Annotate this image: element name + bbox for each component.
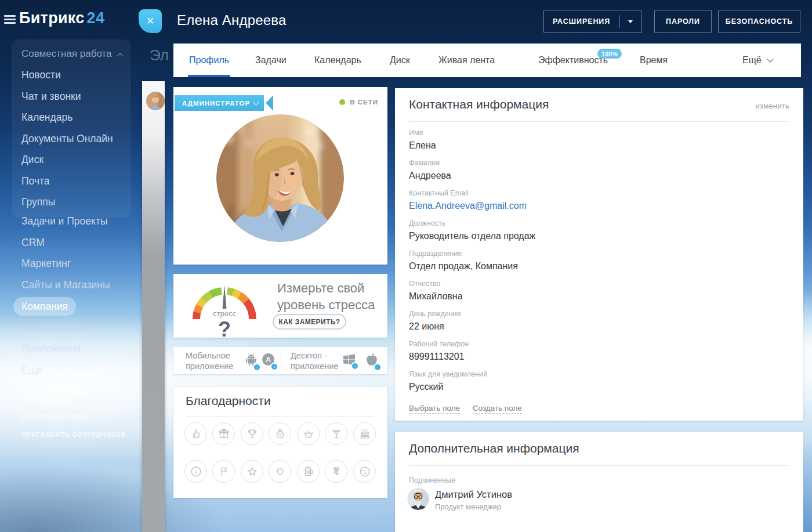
profile-card: АДМИНИСТРАТОР В СЕТИ [173, 87, 387, 265]
bitrix24-app: Битрикс24 Совместная работа Новости Чат … [0, 0, 812, 532]
sidebar-item-groups[interactable]: Группы [12, 191, 131, 213]
subordinates-label: Подчиненные [409, 476, 455, 484]
cocktail-icon[interactable] [325, 422, 347, 445]
windows-app-icon[interactable]: ↓ [343, 354, 356, 368]
subordinate-name[interactable]: Дмитрий Устинов [435, 489, 512, 500]
subordinate-avatar[interactable] [407, 488, 429, 510]
underlay-page-title: Эл [150, 46, 169, 64]
thumbs-up-icon[interactable] [184, 422, 207, 445]
sidebar-item-mail[interactable]: Почта [12, 171, 131, 192]
chevron-down-icon [767, 56, 773, 62]
edit-link[interactable]: изменить [755, 102, 789, 110]
appstore-app-icon[interactable]: A ↓ [262, 353, 275, 368]
field-position: ДолжностьРуководитель отдела продаж [409, 219, 535, 249]
page-title: Елена Андреева [177, 12, 287, 28]
star-icon[interactable] [241, 460, 263, 483]
logo-brand: Битрикс [19, 9, 85, 27]
underlay-avatar [146, 92, 165, 110]
extensions-button[interactable]: РАСШИРЕНИЯ [543, 10, 642, 33]
efficiency-badge: 100% [597, 49, 622, 59]
download-badge-icon: ↓ [253, 363, 261, 371]
desktop-app-label: Десктоп -приложение [291, 350, 338, 371]
admin-role-badge[interactable]: АДМИНИСТРАТОР [175, 95, 273, 111]
sidebar-group-header[interactable]: Совместная работа [12, 45, 131, 64]
sidebar-item-more[interactable]: Ещё [12, 360, 136, 381]
apps-divider [281, 351, 281, 370]
tab-time[interactable]: Время [640, 44, 668, 77]
sidebar-item-company[interactable]: Компания [12, 296, 136, 317]
gauge-needle [223, 285, 227, 309]
apps-card: Мобильноеприложение ↓ A ↓ [173, 347, 387, 374]
stress-title: Измерьте свойуровень стресса [277, 280, 393, 313]
download-badge-icon: ↓ [351, 362, 359, 370]
sidebar-item-documents[interactable]: Документы Онлайн [12, 128, 131, 150]
stress-card: стресс ? Измерьте свойуровень стресса КА… [173, 274, 387, 338]
divider [186, 416, 375, 417]
sidebar-item-marketing[interactable]: Маркетинг [12, 253, 136, 274]
sidebar-item-disk[interactable]: Диск [12, 149, 131, 171]
trophy-icon[interactable] [241, 422, 263, 445]
sidebar-main-menu: Задачи и Проекты CRM Маркетинг Сайты и М… [12, 211, 136, 381]
app-logo[interactable]: Битрикс24 [19, 9, 104, 27]
passwords-button[interactable]: ПАРОЛИ [654, 10, 712, 33]
beer-icon[interactable] [297, 460, 320, 483]
gift-icon[interactable] [212, 422, 235, 445]
tab-feed[interactable]: Живая лента [438, 44, 495, 77]
flag-icon[interactable] [212, 460, 235, 483]
menu-hamburger-icon[interactable] [4, 15, 16, 26]
android-app-icon[interactable]: ↓ [245, 353, 258, 369]
sidebar-item-crm[interactable]: CRM [12, 232, 136, 254]
flower-icon[interactable] [325, 460, 347, 483]
field-language: Язык для уведомленийРусский [409, 370, 535, 400]
sidebar-sitemap-link[interactable]: КАРТА САЙТА [21, 390, 126, 408]
contact-footer-links: Выбрать поле Создать поле [409, 404, 532, 412]
divider [409, 465, 789, 466]
profile-avatar [216, 114, 344, 242]
dropdown-caret-icon [628, 20, 633, 23]
heart-icon[interactable] [269, 460, 291, 483]
sidebar-item-sites[interactable]: Сайты и Магазины [12, 274, 136, 296]
svg-text:1: 1 [194, 469, 197, 475]
sidebar-item-calendar[interactable]: Календарь [12, 107, 131, 128]
gratitude-card: Благодарности $ 1 [173, 387, 387, 498]
field-last-name: ФамилияАндреева [409, 159, 535, 189]
tab-tasks[interactable]: Задачи [255, 44, 287, 77]
crown-icon[interactable] [297, 422, 320, 445]
gauge-value: ? [218, 317, 231, 339]
contact-info-card: Контактная информация изменить ИмяЕлена … [395, 88, 803, 421]
field-work-phone: Рабочий телефон89991113201 [409, 340, 535, 370]
tab-calendar[interactable]: Календарь [314, 44, 361, 77]
sidebar-configure-menu-link[interactable]: НАСТРОИТЬ МЕНЮ [21, 408, 126, 426]
field-birthday: День рождения22 июня [409, 310, 535, 340]
cake-icon[interactable] [353, 422, 376, 445]
how-to-measure-button[interactable]: КАК ЗАМЕРИТЬ? [273, 314, 346, 330]
field-email: Контактный EmailElena.Andreeva@gmail.com [409, 189, 535, 219]
online-dot-icon [339, 99, 345, 105]
smiley-icon[interactable] [353, 460, 376, 483]
sidebar-item-chat[interactable]: Чат и звонки [12, 86, 131, 107]
number-one-icon[interactable]: 1 [184, 460, 207, 483]
create-field-link[interactable]: Создать поле [473, 404, 522, 414]
close-slider-button[interactable]: ✕ [139, 9, 162, 33]
security-button[interactable]: БЕЗОПАСНОСТЬ [718, 10, 800, 33]
select-field-link[interactable]: Выбрать поле [409, 404, 460, 414]
money-bag-icon[interactable]: $ [269, 422, 291, 445]
email-link[interactable]: Elena.Andreeva@gmail.com [409, 200, 535, 212]
online-status: В СЕТИ [339, 99, 378, 106]
download-badge-icon: ↓ [374, 363, 382, 371]
contact-card-title: Контактная информация [409, 97, 549, 111]
underlay-page-strip [142, 81, 165, 532]
sidebar-item-tasks[interactable]: Задачи и Проекты [12, 211, 136, 232]
tab-more[interactable]: Ещё [742, 44, 771, 77]
sidebar-item-automation[interactable]: Автоматизация [12, 317, 136, 338]
field-department: ПодразделениеОтдел продаж, Компания [409, 249, 535, 280]
sidebar-item-apps[interactable]: Приложения [12, 338, 136, 360]
tab-disk[interactable]: Диск [390, 44, 410, 77]
tab-efficiency[interactable]: Эффективность100% [538, 44, 608, 77]
mobile-app-label: Мобильноеприложение [186, 350, 233, 371]
sidebar-item-news[interactable]: Новости [12, 64, 131, 86]
mac-app-icon[interactable]: ↓ [365, 352, 378, 369]
sidebar-invite-link[interactable]: ПРИГЛАСИТЬ СОТРУДНИКОВ [21, 426, 126, 444]
tab-profile[interactable]: Профиль [189, 44, 229, 77]
divider [409, 121, 789, 122]
